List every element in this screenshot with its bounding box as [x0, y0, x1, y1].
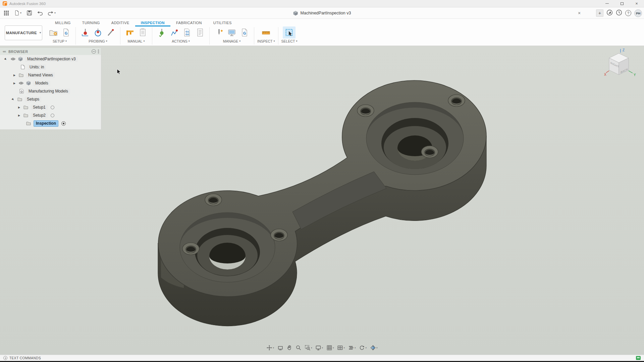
setup-state-radio-icon[interactable]: [51, 114, 54, 117]
tree-label-selected[interactable]: Inspection: [34, 120, 58, 127]
profile-avatar[interactable]: PH: [634, 9, 642, 17]
extensions-icon[interactable]: [606, 9, 613, 17]
file-menu-button[interactable]: ▾: [13, 9, 23, 17]
group-label-actions[interactable]: ACTIONS▾: [172, 39, 190, 43]
svg-text:G: G: [243, 31, 246, 35]
save-button[interactable]: [25, 9, 34, 17]
viewcube[interactable]: Z RIGHT BACK X Y: [604, 47, 639, 81]
notifications-clock-icon[interactable]: [616, 9, 622, 17]
text-commands-icon[interactable]: [3, 356, 7, 360]
folder-icon: [26, 121, 31, 125]
expand-icon[interactable]: ▶: [3, 57, 8, 61]
caliper-icon[interactable]: [123, 26, 136, 39]
undo-button[interactable]: [36, 9, 44, 17]
display-settings-icon[interactable]: ▾: [314, 343, 325, 352]
tab-milling[interactable]: MILLING: [49, 21, 76, 26]
panel-resize-handle[interactable]: [98, 49, 99, 54]
viewports-icon[interactable]: ▾: [336, 343, 347, 352]
steps-icon[interactable]: ▾: [346, 343, 358, 352]
tree-label[interactable]: Setup1: [31, 105, 48, 110]
tab-utilities[interactable]: UTILITIES: [208, 21, 237, 26]
group-label-probing[interactable]: PROBING▾: [89, 39, 107, 43]
maximize-button[interactable]: [614, 0, 629, 7]
group-label-setup[interactable]: SETUP▾: [53, 39, 67, 43]
setup-state-radio-icon[interactable]: [51, 106, 54, 109]
tab-fabrication[interactable]: FABRICATION: [170, 21, 208, 26]
tool-stylus-icon[interactable]: [104, 26, 117, 39]
group-label-manual[interactable]: MANUAL▾: [128, 39, 145, 43]
new-document-button[interactable]: +: [596, 9, 603, 17]
job-status-icon[interactable]: [636, 356, 641, 360]
tab-inspection[interactable]: INSPECTION: [135, 21, 170, 26]
tab-additive[interactable]: ADDITIVE: [106, 21, 135, 26]
tree-row-models[interactable]: ▶ Models: [0, 79, 101, 87]
tree-row-setup2[interactable]: ▶ Setup2: [0, 111, 101, 119]
group-inspect: INSPECT▾: [257, 26, 275, 43]
grid-snaps-icon[interactable]: ▾: [325, 343, 336, 352]
tree-row-manufacturing-models[interactable]: Manufacturing Models: [0, 87, 101, 95]
manual-inspection-sheet-icon[interactable]: [136, 26, 149, 39]
zoom-window-icon[interactable]: ▾: [303, 343, 314, 352]
zoom-icon[interactable]: [294, 343, 303, 352]
tree-label[interactable]: Setups: [25, 97, 41, 102]
close-document-button[interactable]: ×: [575, 7, 584, 19]
visibility-eye-icon[interactable]: [11, 57, 15, 61]
machine-monitor-icon[interactable]: [225, 26, 238, 39]
tree-label[interactable]: Setup2: [31, 113, 48, 118]
expand-icon[interactable]: ▶: [11, 97, 15, 101]
tree-label[interactable]: MachinedPartInspection v3: [25, 56, 78, 62]
expand-icon[interactable]: ▶: [17, 106, 21, 109]
generate-probe-icon[interactable]: [155, 26, 168, 39]
tree-label[interactable]: Models: [33, 80, 50, 86]
gcode-document-icon[interactable]: G: [238, 26, 251, 39]
collapse-panel-icon[interactable]: ««: [3, 50, 6, 53]
tool-library-icon[interactable]: [213, 26, 225, 39]
redo-button[interactable]: ▾: [46, 9, 57, 17]
probe-wcs-icon[interactable]: [79, 26, 92, 39]
new-setup-icon[interactable]: [47, 26, 60, 39]
app-grid-icon[interactable]: [2, 9, 11, 17]
workspace-selector[interactable]: MANUFACTURE ▾: [5, 25, 42, 40]
ribbon-groups: G SETUP▾ PRO: [47, 26, 297, 46]
visibility-eye-icon[interactable]: [19, 81, 23, 85]
help-icon[interactable]: ?: [625, 10, 631, 16]
measure-ruler-icon[interactable]: [260, 26, 272, 39]
tree-label[interactable]: Units: in: [28, 64, 46, 70]
viewport-canvas[interactable]: «« BROWSER ▶ MachinedPartInspection v3: [0, 46, 644, 355]
select-tool-icon[interactable]: [283, 26, 296, 39]
pan-hand-icon[interactable]: [285, 343, 294, 352]
post-process-icon[interactable]: G1G2: [181, 26, 194, 39]
collapse-all-icon[interactable]: [92, 49, 96, 54]
expand-icon[interactable]: ▶: [17, 114, 21, 117]
tab-turning[interactable]: TURNING: [76, 21, 106, 26]
group-label-select[interactable]: SELECT▾: [281, 39, 298, 43]
tree-row-inspection[interactable]: Inspection: [0, 119, 101, 127]
tree-row-units[interactable]: Units: in: [0, 63, 101, 71]
tree-row-root[interactable]: ▶ MachinedPartInspection v3: [0, 55, 101, 63]
folder-icon: [23, 113, 28, 117]
tree-row-setup1[interactable]: ▶ Setup1: [0, 103, 101, 111]
report-sheet-icon[interactable]: [194, 26, 206, 39]
refresh-icon[interactable]: ▾: [358, 343, 369, 352]
active-target-icon[interactable]: [61, 121, 66, 126]
gcode-document-icon[interactable]: G: [60, 26, 72, 39]
look-at-icon[interactable]: [276, 343, 285, 352]
group-manage: G MANAGE▾: [213, 26, 251, 43]
document-tab[interactable]: MachinedPartInspection v3: [293, 7, 351, 19]
free-orbit-icon[interactable]: ▾: [265, 343, 276, 352]
close-window-button[interactable]: ×: [629, 0, 644, 7]
inspect-surface-icon[interactable]: [92, 26, 104, 39]
expand-icon[interactable]: ▶: [13, 74, 16, 77]
simulate-probe-path-icon[interactable]: [168, 26, 181, 39]
group-label-manage[interactable]: MANAGE▾: [223, 39, 241, 43]
ribbon: MANUFACTURE ▾ MILLING TURNING ADDITIVE I…: [0, 19, 644, 46]
tree-row-setups[interactable]: ▶ Setups: [0, 95, 101, 103]
visual-style-icon[interactable]: ▾: [368, 343, 379, 352]
tree-label[interactable]: Manufacturing Models: [26, 88, 70, 94]
text-commands-label[interactable]: TEXT COMMANDS: [9, 356, 41, 360]
group-label-inspect[interactable]: INSPECT▾: [257, 39, 275, 43]
tree-row-named-views[interactable]: ▶ Named Views: [0, 71, 101, 79]
expand-icon[interactable]: ▶: [13, 82, 16, 85]
minimize-button[interactable]: [600, 0, 614, 7]
tree-label[interactable]: Named Views: [26, 72, 55, 78]
